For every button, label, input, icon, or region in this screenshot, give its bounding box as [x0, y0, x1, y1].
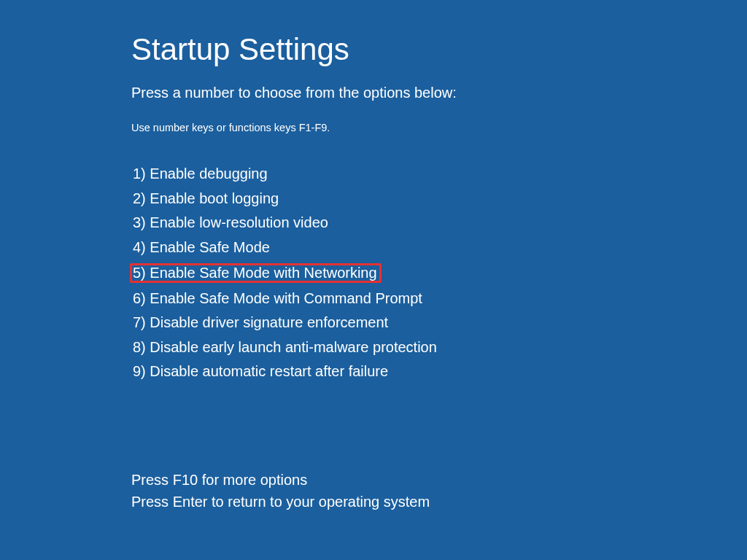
page-title: Startup Settings — [131, 32, 747, 67]
startup-option-7[interactable]: 7) Disable driver signature enforcement — [131, 314, 391, 332]
startup-option-1[interactable]: 1) Enable debugging — [131, 166, 271, 183]
startup-option-4[interactable]: 4) Enable Safe Mode — [131, 239, 273, 257]
startup-option-3[interactable]: 3) Enable low-resolution video — [131, 214, 331, 232]
startup-option-8[interactable]: 8) Disable early launch anti-malware pro… — [131, 339, 440, 357]
instruction-subtitle: Press a number to choose from the option… — [131, 85, 747, 101]
footer-return: Press Enter to return to your operating … — [131, 494, 747, 510]
instruction-hint: Use number keys or functions keys F1-F9. — [131, 122, 747, 133]
startup-option-6[interactable]: 6) Enable Safe Mode with Command Prompt — [131, 290, 425, 308]
startup-options-list: 1) Enable debugging2) Enable boot loggin… — [131, 166, 747, 388]
footer-more-options: Press F10 for more options — [131, 472, 747, 489]
startup-option-9[interactable]: 9) Disable automatic restart after failu… — [131, 363, 391, 381]
startup-option-5[interactable]: 5) Enable Safe Mode with Networking — [130, 263, 382, 283]
startup-option-2[interactable]: 2) Enable boot logging — [131, 190, 282, 208]
